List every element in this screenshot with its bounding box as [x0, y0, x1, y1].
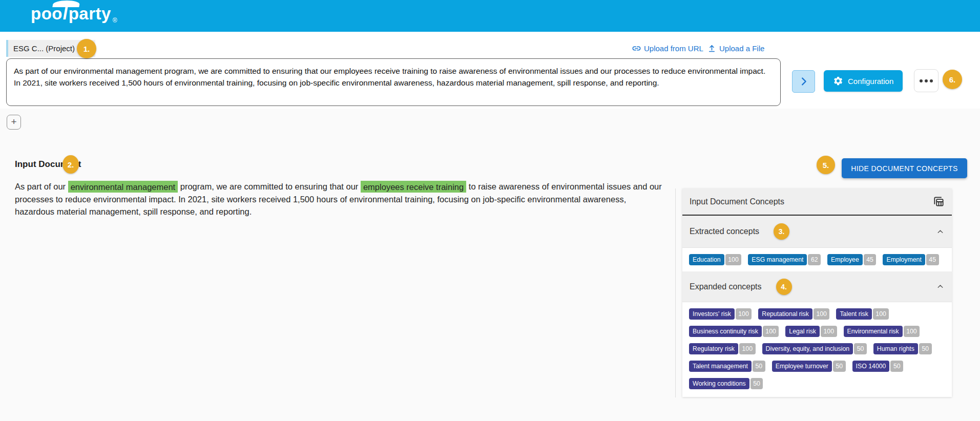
add-document-button[interactable]: + — [7, 115, 21, 130]
concept-chip-label[interactable]: Working conditions — [689, 378, 749, 389]
concept-score-badge: 100 — [725, 254, 742, 265]
concept-chip-label[interactable]: Reputational risk — [758, 308, 812, 320]
hide-document-concepts-button[interactable]: HIDE DOCUMENT CONCEPTS — [842, 158, 967, 178]
concept-chip-label[interactable]: Business continuity risk — [689, 326, 762, 337]
concept-chip[interactable]: Environmental risk100 — [844, 326, 920, 337]
concept-chip-label[interactable]: Education — [689, 254, 724, 265]
concepts-panel-header: Input Document Concepts — [682, 188, 952, 216]
concept-score-badge: 50 — [854, 343, 867, 354]
table-view-icon[interactable] — [933, 196, 945, 207]
upload-icon — [707, 44, 717, 53]
concept-chip[interactable]: Legal risk100 — [785, 326, 837, 337]
panel-divider — [675, 188, 676, 397]
concept-score-badge: 100 — [904, 326, 920, 337]
concept-chip[interactable]: Employment45 — [883, 254, 939, 265]
concept-score-badge: 50 — [890, 361, 903, 372]
step-badge-6: 6. — [943, 70, 962, 89]
concept-chip[interactable]: Business continuity risk100 — [689, 326, 779, 337]
chevron-right-icon — [798, 76, 809, 87]
chevron-up-icon[interactable] — [936, 227, 945, 236]
concept-chip[interactable]: Diversity, equity, and inclusion50 — [762, 343, 867, 354]
concept-chip[interactable]: Regulatory risk100 — [689, 343, 756, 354]
gear-icon — [833, 76, 843, 86]
poolparty-logo: poolparty® — [31, 4, 117, 24]
dot-icon — [925, 79, 928, 82]
concept-chip-label[interactable]: Talent risk — [836, 308, 871, 320]
concept-score-badge: 50 — [833, 361, 846, 372]
document-text-segment: As part of our — [15, 182, 68, 191]
concept-score-badge: 100 — [736, 308, 752, 320]
concept-chip[interactable]: Human rights50 — [873, 343, 932, 354]
concept-chip-label[interactable]: Employee turnover — [772, 361, 832, 372]
concept-score-badge: 50 — [919, 343, 932, 354]
concept-chip-label[interactable]: Legal risk — [785, 326, 820, 337]
concept-score-badge: 50 — [753, 361, 765, 372]
upload-a-file-link[interactable]: Upload a File — [707, 44, 764, 53]
input-document-concepts-panel: Input Document Concepts Extracted concep… — [682, 188, 952, 397]
concept-score-badge: 100 — [821, 326, 837, 337]
upload-from-url-link[interactable]: Upload from URL — [632, 44, 703, 53]
concept-chip-label[interactable]: Human rights — [873, 343, 918, 354]
concept-chip-label[interactable]: Regulatory risk — [689, 343, 738, 354]
expanded-chips: Investors' risk100Reputational risk100Ta… — [682, 302, 952, 397]
concept-chip[interactable]: Education100 — [689, 254, 741, 265]
concept-score-badge: 45 — [926, 254, 939, 265]
more-options-button[interactable] — [914, 69, 939, 92]
highlighted-concept[interactable]: environmental management — [68, 181, 178, 193]
concept-chip-label[interactable]: ESG management — [748, 254, 807, 265]
concept-chip-label[interactable]: ISO 14000 — [852, 361, 890, 372]
concept-chip[interactable]: ESG management62 — [748, 254, 821, 265]
expanded-concepts-label: Expanded concepts — [690, 282, 762, 291]
link-icon — [632, 44, 641, 53]
concept-score-badge: 45 — [864, 254, 877, 265]
concept-chip-label[interactable]: Environmental risk — [844, 326, 903, 337]
configuration-label: Configuration — [848, 77, 893, 86]
project-label: ESG C... (Project) — [13, 44, 75, 53]
concept-score-badge: 100 — [873, 308, 889, 320]
step-badge-3: 3. — [774, 223, 789, 240]
concept-score-badge: 100 — [739, 343, 756, 354]
configuration-button[interactable]: Configuration — [824, 70, 903, 92]
concept-chip-label[interactable]: Diversity, equity, and inclusion — [762, 343, 853, 354]
extract-arrow-button[interactable] — [792, 70, 815, 93]
concept-chip[interactable]: ISO 1400050 — [852, 361, 903, 372]
document-input-textarea[interactable]: As part of our environmental management … — [6, 58, 781, 106]
upload-from-url-label: Upload from URL — [644, 44, 703, 53]
dot-icon — [920, 79, 923, 82]
concept-chip[interactable]: Investors' risk100 — [689, 308, 752, 320]
extracted-concepts-section-header[interactable]: Extracted concepts 3. — [682, 216, 952, 248]
concept-chip-label[interactable]: Investors' risk — [689, 308, 735, 320]
concept-chip-label[interactable]: Employee — [827, 254, 863, 265]
concept-chip[interactable]: Employee45 — [827, 254, 876, 265]
step-badge-4: 4. — [776, 279, 792, 295]
umbrella-icon — [52, 1, 80, 7]
extracted-chips: Education100ESG management62Employee45Em… — [682, 248, 952, 271]
upload-a-file-label: Upload a File — [719, 44, 764, 53]
concept-chip[interactable]: Working conditions50 — [689, 378, 763, 389]
concept-chip[interactable]: Employee turnover50 — [772, 361, 846, 372]
step-badge-1: 1. — [77, 39, 96, 58]
document-text: As part of our environmental management … — [15, 180, 666, 218]
document-text-segment: program, we are committed to ensuring th… — [178, 182, 361, 191]
concept-chip[interactable]: Talent management50 — [689, 361, 765, 372]
concept-chip-label[interactable]: Employment — [883, 254, 925, 265]
extracted-concepts-label: Extracted concepts — [690, 227, 759, 236]
concept-score-badge: 50 — [750, 378, 763, 389]
concept-chip-label[interactable]: Talent management — [689, 361, 752, 372]
concept-score-badge: 100 — [814, 308, 830, 320]
step-badge-5: 5. — [817, 156, 835, 174]
concept-score-badge: 62 — [808, 254, 821, 265]
app-bar: poolparty® — [0, 0, 980, 32]
concept-score-badge: 100 — [763, 326, 779, 337]
concepts-panel-title: Input Document Concepts — [690, 197, 784, 206]
dot-icon — [930, 79, 933, 82]
concept-chip[interactable]: Reputational risk100 — [758, 308, 829, 320]
chevron-up-icon[interactable] — [936, 282, 945, 291]
highlighted-concept[interactable]: employees receive training — [361, 181, 466, 193]
step-badge-2: 2. — [62, 155, 79, 174]
concept-chip[interactable]: Talent risk100 — [836, 308, 889, 320]
expanded-concepts-section-header[interactable]: Expanded concepts 4. — [682, 271, 952, 302]
registered-mark: ® — [113, 17, 117, 24]
